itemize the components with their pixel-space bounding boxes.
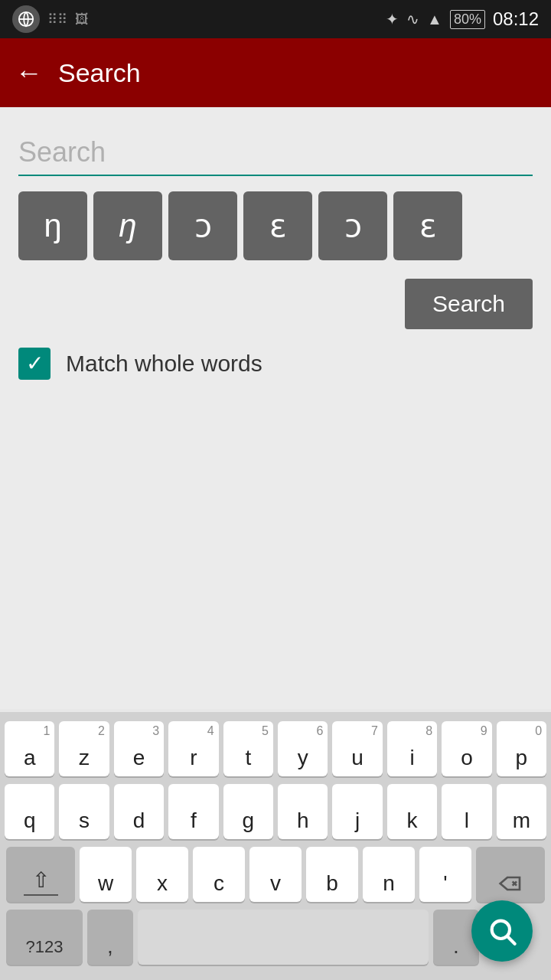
key-x[interactable]: x <box>136 847 188 902</box>
key-z[interactable]: 2z <box>59 721 109 776</box>
key-h[interactable]: h <box>278 784 328 839</box>
char-button-4[interactable]: ɔ <box>318 191 387 260</box>
status-right: ✦ ∿ ▲ 80% 08:12 <box>386 8 539 30</box>
search-fab-icon <box>487 916 517 946</box>
match-whole-words-row: ✓ Match whole words <box>18 348 533 380</box>
wifi-icon: ∿ <box>406 10 419 28</box>
key-m[interactable]: m <box>497 784 546 839</box>
key-b[interactable]: b <box>306 847 358 902</box>
search-button[interactable]: Search <box>405 279 533 329</box>
key-i[interactable]: 8i <box>387 721 437 776</box>
space-key[interactable] <box>138 910 429 965</box>
main-content: ŋ ŋ ɔ ɛ ɔ ɛ Search ✓ Match whole words <box>0 107 551 709</box>
key-l[interactable]: l <box>442 784 491 839</box>
key-u[interactable]: 7u <box>332 721 382 776</box>
checkmark-icon: ✓ <box>26 353 44 374</box>
key-v[interactable]: v <box>249 847 302 902</box>
app-icon <box>12 5 40 33</box>
char-button-3[interactable]: ɛ <box>243 191 312 260</box>
keyboard-row-3: ⇧ w x c v b n ' <box>5 847 546 902</box>
char-button-5[interactable]: ɛ <box>393 191 462 260</box>
key-c[interactable]: c <box>193 847 245 902</box>
char-buttons-row: ŋ ŋ ɔ ɛ ɔ ɛ <box>18 191 533 260</box>
search-btn-row: Search <box>18 279 533 329</box>
backspace-key[interactable] <box>476 847 545 902</box>
numeric-key[interactable]: ?123 <box>6 910 83 965</box>
char-button-2[interactable]: ɔ <box>168 191 237 260</box>
app-bar: ← Search <box>0 38 551 107</box>
key-g[interactable]: g <box>223 784 273 839</box>
char-button-0[interactable]: ŋ <box>18 191 87 260</box>
key-j[interactable]: j <box>332 784 382 839</box>
key-n[interactable]: n <box>363 847 415 902</box>
status-time: 08:12 <box>493 8 539 30</box>
bluetooth-icon: ✦ <box>386 10 399 28</box>
key-y[interactable]: 6y <box>278 721 328 776</box>
key-o[interactable]: 9o <box>442 721 491 776</box>
key-q[interactable]: q <box>5 784 54 839</box>
match-whole-words-checkbox[interactable]: ✓ <box>18 348 51 380</box>
key-f[interactable]: f <box>168 784 218 839</box>
search-input-wrapper <box>18 130 533 176</box>
char-button-1[interactable]: ŋ <box>93 191 162 260</box>
key-a[interactable]: 1a <box>5 721 54 776</box>
status-left: ⠿⠿ 🖼 <box>12 5 89 33</box>
keyboard-row-1: 1a 2z 3e 4r 5t 6y 7u 8i 9o 0p <box>5 721 546 776</box>
comma-key[interactable]: , <box>87 910 133 965</box>
key-apostrophe[interactable]: ' <box>419 847 471 902</box>
keyboard-row-4: ?123 , . <box>5 910 546 965</box>
key-p[interactable]: 0p <box>497 721 546 776</box>
key-r[interactable]: 4r <box>168 721 218 776</box>
key-e[interactable]: 3e <box>114 721 164 776</box>
key-d[interactable]: d <box>114 784 164 839</box>
key-w[interactable]: w <box>80 847 132 902</box>
battery-icon: 80% <box>450 10 485 29</box>
content-area <box>18 403 533 694</box>
search-input[interactable] <box>18 130 533 176</box>
svg-line-4 <box>508 937 515 944</box>
app-bar-title: Search <box>58 58 141 88</box>
status-image-icon: 🖼 <box>75 11 89 28</box>
keyboard-row-2: q s d f g h j k l m <box>5 784 546 839</box>
signal-icon: ▲ <box>427 11 442 28</box>
key-s[interactable]: s <box>59 784 109 839</box>
status-icons: ⠿⠿ <box>47 11 67 28</box>
key-t[interactable]: 5t <box>223 721 273 776</box>
status-bar: ⠿⠿ 🖼 ✦ ∿ ▲ 80% 08:12 <box>0 0 551 38</box>
shift-key[interactable]: ⇧ <box>6 847 75 902</box>
keyboard: 1a 2z 3e 4r 5t 6y 7u 8i 9o 0p q s d f g … <box>0 712 551 980</box>
search-fab[interactable] <box>471 900 533 962</box>
back-button[interactable]: ← <box>15 59 43 87</box>
match-whole-words-label: Match whole words <box>66 351 262 377</box>
key-k[interactable]: k <box>387 784 437 839</box>
